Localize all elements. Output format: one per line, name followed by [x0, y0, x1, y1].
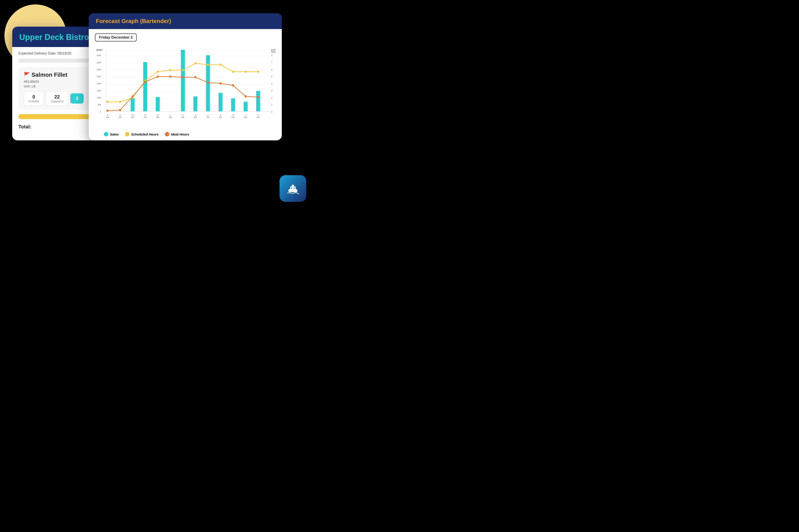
product-name: Salmon Fillet: [32, 71, 68, 78]
svg-text:0: 0: [271, 111, 272, 113]
suggested-stat: 22 Suggested: [46, 92, 68, 105]
scheduled-dot-8am: [107, 101, 109, 103]
graph-title: Forecast Graph (Bartender): [96, 18, 275, 25]
svg-point-64: [294, 187, 295, 189]
chart-legend: Sales Scheduled Hours Ideal Hours: [95, 132, 276, 136]
svg-text:8: 8: [271, 54, 272, 57]
svg-text:PM: PM: [244, 116, 247, 118]
svg-text:PM: PM: [207, 116, 209, 118]
bar-2pm: [181, 50, 185, 111]
ideal-dot-8am: [107, 110, 109, 112]
legend-scheduled: Scheduled Hours: [125, 132, 159, 136]
svg-text:2: 2: [182, 114, 184, 116]
svg-rect-60: [289, 189, 297, 192]
svg-text:1500: 1500: [97, 90, 101, 92]
svg-text:7: 7: [271, 61, 272, 64]
flag-icon: 🚩: [24, 72, 30, 78]
ideal-dot-5pm: [220, 82, 222, 84]
right-card-header: Forecast Graph (Bartender): [89, 13, 282, 29]
svg-text:2: 2: [271, 97, 272, 99]
ideal-dot-9am: [119, 109, 121, 111]
svg-text:5: 5: [220, 114, 221, 116]
order-stat[interactable]: 3: [70, 93, 83, 103]
order-number: 3: [74, 96, 80, 101]
svg-text:PM: PM: [169, 116, 172, 118]
ship-icon: [285, 181, 301, 196]
available-label: Available: [29, 100, 39, 103]
svg-text:11: 11: [144, 114, 146, 116]
suggested-number: 22: [51, 94, 63, 100]
svg-text:3: 3: [195, 114, 196, 116]
svg-text:2500: 2500: [97, 75, 101, 78]
ideal-dot-3pm: [194, 76, 197, 78]
svg-text:PM: PM: [257, 116, 260, 118]
total-label: Total:: [18, 124, 31, 130]
scheduled-dot-8pm: [257, 71, 259, 73]
svg-text:10: 10: [132, 114, 134, 116]
svg-text:PM: PM: [156, 116, 159, 118]
svg-text:5: 5: [271, 75, 272, 78]
svg-text:2000: 2000: [97, 82, 101, 85]
scheduled-dot-5pm: [220, 64, 222, 66]
svg-rect-62: [292, 185, 294, 187]
chart-container: SALES 0 500 1000 1500 2000 2500 3000 350…: [95, 45, 276, 129]
ideal-dot-2pm: [182, 76, 184, 78]
svg-text:PM: PM: [219, 116, 222, 118]
legend-sales: Sales: [104, 132, 119, 136]
scheduled-dot-9am: [119, 101, 121, 103]
ideal-dot-8pm: [257, 96, 259, 98]
bar-8pm: [256, 91, 260, 111]
svg-text:PM: PM: [231, 116, 235, 118]
ideal-legend-dot: [165, 132, 169, 136]
svg-text:0: 0: [100, 111, 101, 113]
svg-text:9: 9: [271, 49, 272, 51]
svg-text:7: 7: [245, 114, 246, 116]
forecast-chart: SALES 0 500 1000 1500 2000 2500 3000 350…: [95, 45, 276, 129]
svg-text:6: 6: [271, 69, 272, 71]
ideal-dot-6pm: [232, 84, 234, 87]
svg-text:AM: AM: [144, 116, 147, 118]
scheduled-dot-6pm: [232, 71, 234, 73]
svg-rect-61: [290, 187, 296, 190]
scheduled-legend-dot: [125, 132, 129, 136]
svg-text:12: 12: [157, 114, 159, 116]
bar-6pm: [231, 98, 235, 112]
scheduled-dot-3pm: [194, 62, 197, 64]
scheduled-dot-7pm: [244, 71, 247, 73]
bar-3pm: [193, 96, 198, 112]
svg-text:3000: 3000: [97, 69, 101, 71]
scheduled-dot-4pm: [207, 64, 209, 66]
bar-7pm: [244, 102, 248, 112]
available-number: 0: [29, 94, 39, 100]
bar-11am: [143, 62, 147, 111]
available-stat: 0 Available: [24, 92, 44, 105]
svg-text:HOURS: HOURS: [271, 51, 276, 53]
sales-legend-label: Sales: [110, 132, 119, 136]
scheduled-dot-1pm: [169, 69, 171, 71]
svg-text:8: 8: [107, 114, 108, 116]
svg-text:8: 8: [258, 114, 259, 116]
bar-12pm: [156, 97, 160, 112]
ideal-dot-1pm: [169, 75, 171, 78]
scheduled-dot-12pm: [157, 71, 159, 73]
svg-text:1: 1: [271, 103, 272, 106]
ideal-dot-12pm: [157, 75, 159, 78]
svg-text:3: 3: [271, 90, 272, 92]
app-icon[interactable]: [280, 175, 306, 202]
scheduled-dot-2pm: [182, 69, 184, 71]
svg-text:4500: 4500: [97, 49, 101, 51]
svg-text:AM: AM: [118, 116, 122, 118]
sales-legend-dot: [104, 132, 108, 136]
svg-text:4: 4: [207, 114, 208, 116]
right-card-body: Friday December 2 SALES 0 500 1000 1500 …: [89, 29, 282, 140]
svg-text:1000: 1000: [97, 97, 101, 99]
svg-text:500: 500: [98, 103, 101, 106]
ideal-dot-4pm: [207, 81, 209, 83]
svg-text:AM: AM: [131, 116, 134, 118]
ideal-dot-10am: [132, 95, 134, 98]
suggested-label: Suggested: [51, 100, 63, 103]
ideal-legend-label: Ideal Hours: [171, 132, 189, 136]
right-card: Forecast Graph (Bartender) Friday Decemb…: [89, 13, 282, 140]
ideal-dot-7pm: [244, 95, 247, 98]
svg-text:4000: 4000: [97, 54, 101, 57]
